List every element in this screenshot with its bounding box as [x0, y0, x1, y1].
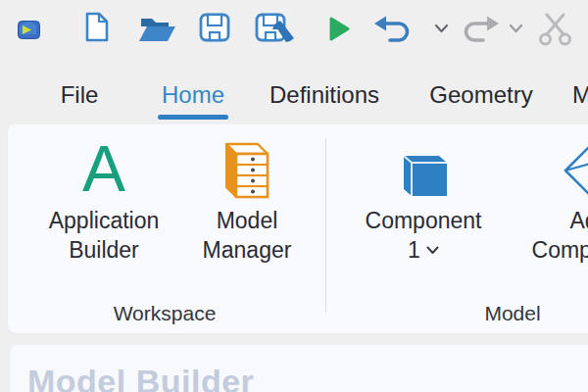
- model-manager-button[interactable]: Model Manager: [173, 136, 320, 265]
- tab-geometry[interactable]: Geometry: [429, 80, 532, 110]
- model-manager-label-1: Model: [217, 206, 278, 235]
- tab-home[interactable]: Home: [162, 80, 224, 110]
- model-manager-icon: [220, 136, 273, 199]
- model-group-label: Model: [484, 304, 540, 323]
- comsol-window: File Home Definitions Geometry Materials…: [0, 0, 588, 392]
- ribbon-panel: A Application Builder: [8, 124, 588, 333]
- component-1-button[interactable]: Component 1: [350, 136, 497, 265]
- component-1-label-2: 1: [408, 235, 420, 265]
- component-1-label-1: Component: [366, 206, 482, 235]
- open-file-icon[interactable]: [139, 16, 176, 41]
- tab-definitions[interactable]: Definitions: [270, 80, 379, 110]
- ribbon-group-divider: [325, 138, 326, 313]
- undo-icon[interactable]: [373, 15, 415, 42]
- application-builder-button[interactable]: A Application Builder: [30, 136, 177, 265]
- component-dropdown-icon[interactable]: [426, 246, 439, 255]
- add-component-label-2: Component: [532, 235, 588, 265]
- component-cube-icon: [396, 136, 451, 199]
- tab-file[interactable]: File: [61, 80, 99, 110]
- undo-dropdown-icon[interactable]: [434, 24, 449, 33]
- model-builder-panel: Model Builder: [10, 345, 588, 392]
- add-component-icon: [562, 136, 588, 199]
- tab-materials[interactable]: Materials: [572, 80, 588, 110]
- cut-icon: [538, 13, 572, 46]
- application-builder-label-1: Application: [49, 206, 160, 235]
- save-as-icon[interactable]: [255, 12, 296, 43]
- run-icon[interactable]: [329, 17, 350, 41]
- add-component-button[interactable]: Add Component: [516, 136, 588, 265]
- model-manager-label-2: Manager: [203, 235, 292, 265]
- save-icon[interactable]: [199, 13, 230, 42]
- workspace-group-label: Workspace: [114, 304, 217, 323]
- app-logo-icon: [18, 21, 40, 39]
- new-file-icon[interactable]: [85, 12, 109, 42]
- model-builder-title: Model Builder: [27, 363, 254, 392]
- application-builder-icon: A: [82, 136, 125, 199]
- redo-icon: [459, 15, 500, 42]
- redo-dropdown-icon[interactable]: [509, 24, 523, 33]
- active-tab-underline: [158, 115, 228, 120]
- application-builder-label-2: Builder: [69, 235, 139, 265]
- add-component-label-1: Add: [570, 206, 588, 235]
